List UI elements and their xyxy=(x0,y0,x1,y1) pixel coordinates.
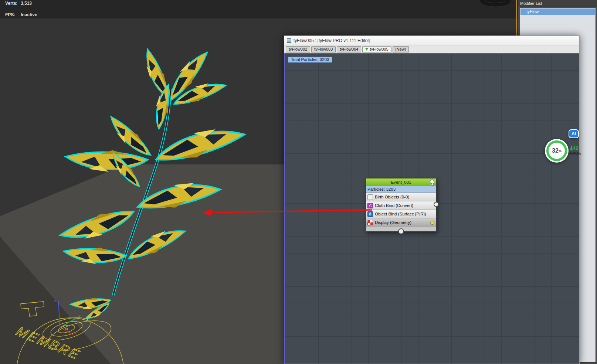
tab-new[interactable]: [New] xyxy=(393,46,409,52)
editor-window-title: tyFlow005 : [tyFlow PRO v1.111 Editor] xyxy=(294,38,370,43)
operator-display-geometry[interactable]: Display (Geometry) xyxy=(366,218,436,227)
tab-tyflow002[interactable]: tyFlow002 xyxy=(286,46,310,52)
thermometer-icon xyxy=(570,145,573,151)
display-indicator-dot xyxy=(430,221,434,225)
node-particle-count: Particles: 3203 xyxy=(366,186,436,193)
fps-stat: FPS: Inactive xyxy=(5,12,37,18)
tab-tyflow003[interactable]: tyFlow003 xyxy=(311,46,336,52)
axis-x-label: x xyxy=(74,330,77,335)
axis-z-label: z xyxy=(54,299,56,303)
total-particles-badge: Total Particles: 3203 xyxy=(288,57,332,63)
event-toggle-icon[interactable] xyxy=(430,180,434,184)
tab-tyflow004[interactable]: tyFlow004 xyxy=(337,46,361,52)
fps-label: FPS: xyxy=(5,12,21,18)
verts-label: Verts: xyxy=(5,0,21,6)
cpu-monitor-overlay: AI 32 % 42 CPU% xyxy=(545,129,597,167)
operator-birth-objects[interactable]: Birth Objects (0-0) xyxy=(366,193,436,201)
tyflow-editor-window: tyFlow005 : [tyFlow PRO v1.111 Editor] t… xyxy=(284,35,580,364)
node-output-connector[interactable] xyxy=(398,228,404,234)
cpu-label: CPU% xyxy=(570,152,581,156)
window-icon xyxy=(287,38,291,43)
verts-stat: Verts: 3,513 xyxy=(5,0,37,6)
object-bind-icon: 8 xyxy=(367,211,373,217)
fps-value: Inactive xyxy=(21,12,37,18)
screenshot-root: MEMBRE z y x xyxy=(0,0,597,364)
event-node-header[interactable]: Event_001 xyxy=(366,178,436,186)
cpu-gauge: 32 % xyxy=(545,139,569,163)
event-node-title: Event_001 xyxy=(391,180,411,184)
birth-objects-icon xyxy=(367,194,373,200)
temperature-readout: 42 xyxy=(570,145,578,151)
operator-cloth-bind[interactable]: Cloth Bind (Convert) xyxy=(366,201,436,210)
viewport-statistics: Verts: 3,513 FPS: Inactive xyxy=(5,0,37,23)
temperature-value: 42 xyxy=(573,145,578,151)
tab-tyflow005[interactable]: tyFlow005 xyxy=(362,46,391,52)
display-geometry-icon xyxy=(367,220,373,225)
modifier-list-dropdown[interactable]: Modifier List xyxy=(518,0,597,7)
node-side-connector[interactable] xyxy=(434,202,439,207)
operator-object-bind[interactable]: 8 Object Bind (Surface [P|R]) xyxy=(366,210,436,218)
cpu-percent-symbol: % xyxy=(559,149,562,153)
active-tab-arrow-icon xyxy=(365,48,368,51)
modifier-stack-item-tyflow[interactable]: tyFlow xyxy=(520,8,595,15)
cpu-ring: 32 % xyxy=(546,140,567,161)
cpu-percent-value: 32 xyxy=(552,147,559,154)
ai-badge: AI xyxy=(569,129,579,138)
verts-value: 3,513 xyxy=(21,0,32,6)
editor-tabstrip: tyFlow002 tyFlow003 tyFlow004 tyFlow005 … xyxy=(284,45,579,54)
cloth-bind-icon xyxy=(367,203,373,208)
event-node[interactable]: Event_001 Particles: 3203 Birth Objects … xyxy=(366,178,437,232)
node-editor-canvas[interactable]: Total Particles: 3203 Event_001 Particle… xyxy=(284,53,579,364)
editor-titlebar[interactable]: tyFlow005 : [tyFlow PRO v1.111 Editor] xyxy=(284,36,579,45)
